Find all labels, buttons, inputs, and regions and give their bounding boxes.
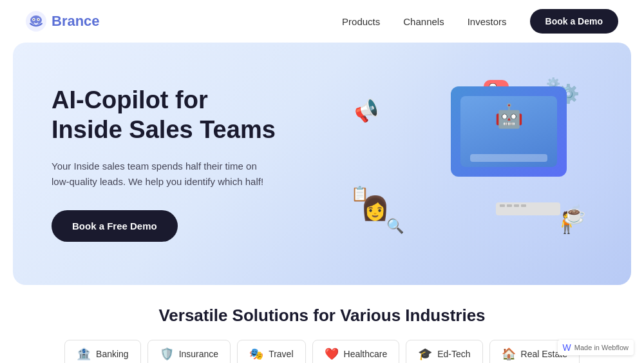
nav-item-products[interactable]: Products <box>342 16 380 27</box>
megaphone-icon: 📢 <box>351 96 381 126</box>
svg-point-4 <box>33 19 35 20</box>
svg-point-5 <box>38 19 39 20</box>
insurance-icon: 🛡️ <box>160 347 174 361</box>
tab-insurance[interactable]: 🛡️ Insurance <box>147 340 231 363</box>
nav-item-investors[interactable]: Investors <box>468 16 507 27</box>
insurance-label: Insurance <box>179 349 218 359</box>
monitor-screen: 🤖 <box>460 96 557 167</box>
banking-label: Banking <box>96 349 129 359</box>
hero-content: AI-Copilot for Inside Sales Teams Your I… <box>52 86 277 242</box>
edtech-label: Ed-Tech <box>437 349 470 359</box>
webflow-badge-label: Made in Webflow <box>574 344 629 351</box>
nav-links: Products Channels Investors Book a Demo <box>342 9 618 34</box>
navbar: Brance Products Channels Investors Book … <box>0 0 644 43</box>
industries-title: Versatile Solutions for Various Industri… <box>26 306 618 326</box>
healthcare-icon: ❤️ <box>325 347 339 361</box>
industry-tabs: 🏦 Banking 🛡️ Insurance 🎭 Travel ❤️ Healt… <box>26 340 618 363</box>
tab-edtech[interactable]: 🎓 Ed-Tech <box>406 340 482 363</box>
search-person-icon: 🔍 <box>386 218 404 235</box>
bottom-section: Versatile Solutions for Various Industri… <box>0 285 644 363</box>
webflow-logo-icon: W <box>563 342 571 353</box>
tab-travel[interactable]: 🎭 Travel <box>237 340 305 363</box>
webflow-badge: W Made in Webflow <box>558 340 634 355</box>
banking-icon: 🏦 <box>77 347 91 361</box>
logo[interactable]: Brance <box>26 11 100 32</box>
hero-description: Your Inside sales team spends half their… <box>52 159 277 190</box>
edtech-icon: 🎓 <box>418 347 432 361</box>
monitor-illustration: 🤖 <box>451 86 567 177</box>
logo-icon <box>26 11 46 32</box>
book-demo-button[interactable]: Book a Demo <box>530 9 618 34</box>
hero-section: AI-Copilot for Inside Sales Teams Your I… <box>13 43 631 285</box>
book-icon: 📋 <box>351 186 368 202</box>
hero-title: AI-Copilot for Inside Sales Teams <box>52 86 277 144</box>
nav-item-channels[interactable]: Channels <box>403 16 444 27</box>
keyboard-illustration <box>496 202 560 215</box>
svg-point-1 <box>30 15 42 25</box>
free-demo-button[interactable]: Book a Free Demo <box>52 210 178 242</box>
logo-text: Brance <box>52 13 100 30</box>
tab-banking[interactable]: 🏦 Banking <box>64 340 141 363</box>
tab-healthcare[interactable]: ❤️ Healthcare <box>312 340 400 363</box>
travel-label: Travel <box>269 349 293 359</box>
coffee-icon: ☕ <box>564 204 586 225</box>
hero-illustration: ⚙️ ⚙️ 💬 ··· 🤖 📢 👩 📋 🔍 <box>348 74 592 254</box>
realestate-icon: 🏠 <box>502 347 516 361</box>
travel-icon: 🎭 <box>249 347 263 361</box>
healthcare-label: Healthcare <box>344 349 388 359</box>
